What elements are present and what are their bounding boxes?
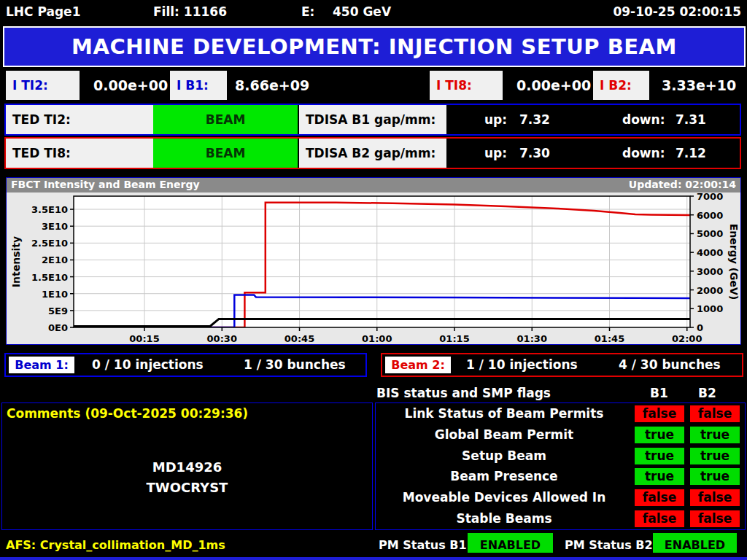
- tdisa-b1-up-label: up:: [484, 105, 507, 134]
- right-tick-label: 6000: [697, 210, 723, 221]
- comments-text: MD14926TWOCRYST: [2, 457, 372, 498]
- bis-row: Setup Beamtruetrue: [376, 446, 745, 467]
- fbct-chart-svg: 0E05E91E101.5E102E102.5E103E103.5E100100…: [7, 192, 740, 344]
- tdisa-b2-up-value: 7.30: [519, 139, 550, 168]
- x-tick-label: 01:45: [595, 333, 624, 344]
- bis-row: Beam Presencetruetrue: [376, 466, 745, 487]
- tdisa-b1-down-value: 7.31: [676, 105, 706, 134]
- i-ti2-label: I TI2:: [6, 71, 80, 100]
- ted-ti8-label: TED TI8:: [6, 139, 153, 168]
- bis-flag-b1: true: [635, 448, 684, 464]
- x-tick-label: 00:45: [285, 333, 314, 344]
- energy-value: 450 GeV: [333, 4, 391, 19]
- bis-row-label: Setup Beam: [376, 446, 632, 466]
- right-tick-label: 5000: [697, 228, 723, 239]
- bis-row: Link Status of Beam Permitsfalsefalse: [376, 403, 745, 424]
- bis-title: BIS status and SMP flags: [376, 386, 551, 400]
- bis-flag-b2: false: [690, 405, 740, 422]
- beam1-summary-panel: Beam 1: 0 / 10 injections 1 / 30 bunches: [4, 353, 367, 377]
- beam2-label: Beam 2:: [385, 357, 451, 373]
- tdisa-b1-up-value: 7.32: [519, 105, 550, 134]
- bis-row-label: Stable Beams: [376, 508, 632, 529]
- ted-ti2-status: BEAM: [153, 105, 298, 134]
- comment-line-2: TWOCRYST: [147, 480, 228, 495]
- x-tick-label: 00:15: [129, 333, 159, 344]
- tdisa-b1-down-label: down:: [622, 105, 665, 134]
- left-tick-label: 1E10: [42, 289, 68, 300]
- fill-number: Fill: 11166: [153, 4, 227, 19]
- energy-label: E:: [301, 4, 314, 19]
- right-axis-title: Energy (GeV): [728, 224, 740, 300]
- pm-status-b2-label: PM Status B2: [565, 533, 653, 557]
- x-tick-label: 01:00: [362, 333, 392, 344]
- i-b2-label: I B2:: [593, 71, 649, 100]
- tdisa-b1-gap-label: TDISA B1 gap/mm:: [299, 105, 446, 134]
- i-ti8-label: I TI8:: [430, 71, 503, 100]
- bis-flag-b2: true: [690, 427, 740, 443]
- bis-row: Global Beam Permittruetrue: [376, 424, 745, 446]
- beam1-injections: 0 / 10 injections: [92, 354, 204, 376]
- right-tick-label: 1000: [697, 303, 723, 314]
- bis-row-label: Link Status of Beam Permits: [376, 403, 632, 424]
- i-b2-value: 3.33e+10: [662, 71, 736, 100]
- bis-col-b2: B2: [698, 386, 716, 400]
- x-tick-label: 00:30: [207, 333, 237, 344]
- x-tick-label: 01:15: [439, 333, 469, 344]
- chart-header: FBCT Intensity and Beam Energy Updated: …: [7, 178, 740, 192]
- right-tick-label: 4000: [697, 247, 723, 258]
- bis-col-b1: B1: [650, 386, 668, 400]
- ted-ti8-status: BEAM: [153, 139, 298, 168]
- left-tick-label: 5E9: [48, 306, 68, 316]
- left-tick-label: 2.5E10: [31, 238, 68, 249]
- x-tick-label: 01:30: [517, 333, 547, 344]
- x-tick-label: 02:00: [672, 333, 702, 344]
- left-axis-title: Intensity: [10, 236, 22, 287]
- lhc-page1-screen: LHC Page1 Fill: 11166 E: 450 GeV 09-10-2…: [0, 0, 747, 560]
- bis-row: Moveable Devices Allowed Infalsefalse: [376, 487, 745, 508]
- i-ti2-value: 0.00e+00: [93, 71, 168, 100]
- footer-bar: AFS: Crystal_collimation_MD_1ms PM Statu…: [0, 533, 747, 557]
- bis-row-label: Global Beam Permit: [376, 424, 632, 445]
- i-b1-label: I B1:: [170, 71, 227, 100]
- left-tick-label: 2E10: [42, 254, 68, 265]
- bis-flag-b2: false: [690, 510, 740, 527]
- bis-flag-b1: false: [635, 405, 684, 422]
- bis-flag-b1: true: [635, 468, 684, 485]
- bottom-blue-line: [0, 557, 747, 560]
- ted-ti2-row: TED TI2: BEAM TDISA B1 gap/mm: up: 7.32 …: [4, 104, 741, 136]
- datetime: 09-10-25 02:00:15: [613, 4, 741, 19]
- tdisa-b2-down-label: down:: [622, 139, 665, 168]
- beam2-injections: 1 / 10 injections: [466, 354, 578, 376]
- afs-filename: AFS: Crystal_collimation_MD_1ms: [6, 533, 225, 557]
- bis-row-label: Moveable Devices Allowed In: [376, 487, 632, 508]
- beam1-bunches: 1 / 30 bunches: [244, 354, 346, 376]
- comment-line-1: MD14926: [152, 459, 222, 475]
- ted-ti2-label: TED TI2:: [6, 105, 153, 134]
- tdisa-b2-up-label: up:: [484, 139, 507, 168]
- chart-updated: Updated: 02:00:14: [629, 179, 736, 190]
- bis-row: Stable Beamsfalsefalse: [376, 508, 745, 529]
- bis-flag-b1: false: [635, 489, 684, 506]
- chart-plot-area: 0E05E91E101.5E102E102.5E103E103.5E100100…: [7, 192, 740, 344]
- chart-title: FBCT Intensity and Beam Energy: [11, 179, 200, 190]
- beam2-bunches: 4 / 30 bunches: [619, 354, 721, 376]
- app-title: LHC Page1: [6, 4, 80, 19]
- intensity-row: I TI2: 0.00e+00 I B1: 8.66e+09 I TI8: 0.…: [0, 71, 747, 100]
- bis-row-label: Beam Presence: [376, 466, 632, 486]
- pm-status-b1-badge: ENABLED: [468, 533, 553, 553]
- pm-status-b1-label: PM Status B1: [379, 533, 467, 557]
- left-tick-label: 3.5E10: [31, 204, 68, 215]
- right-tick-label: 2000: [697, 285, 723, 296]
- machine-mode-banner: MACHINE DEVELOPMENT: INJECTION SETUP BEA…: [3, 26, 746, 67]
- bis-flag-b1: false: [635, 510, 684, 527]
- pm-status-b2-badge: ENABLED: [653, 533, 737, 553]
- i-ti8-value: 0.00e+00: [516, 71, 591, 100]
- bis-flag-b2: true: [690, 468, 740, 485]
- i-b1-value: 8.66e+09: [235, 71, 309, 100]
- right-tick-label: 7000: [697, 192, 723, 202]
- top-status-bar: LHC Page1 Fill: 11166 E: 450 GeV 09-10-2…: [0, 0, 747, 25]
- left-tick-label: 0E0: [48, 322, 68, 333]
- beam1-label: Beam 1:: [9, 357, 74, 373]
- bis-flag-b1: true: [635, 427, 684, 443]
- tdisa-b2-down-value: 7.12: [676, 139, 706, 168]
